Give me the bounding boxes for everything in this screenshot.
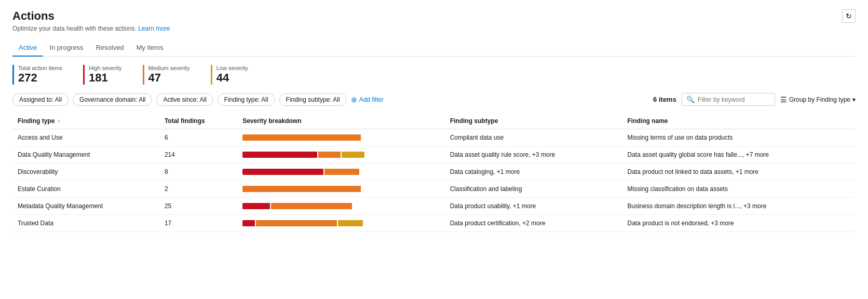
total-findings-cell: 25 (159, 198, 237, 215)
table-row: Metadata Quality Management25Data produc… (12, 198, 856, 215)
page-subtitle: Optimize your data health with these act… (12, 25, 856, 32)
stat-medium-value: 47 (148, 71, 190, 85)
severity-bar (242, 134, 367, 141)
bar-segment (318, 152, 341, 158)
tab-in-progress[interactable]: In progress (43, 39, 89, 57)
search-box[interactable]: 🔍 (682, 93, 775, 106)
stat-high: High severity 181 (83, 65, 122, 85)
toolbar-right: 6 items 🔍 ☰ Group by Finding type ▾ (653, 93, 856, 106)
tab-active[interactable]: Active (12, 39, 43, 57)
stat-total-value: 272 (18, 71, 62, 85)
page-title: Actions (12, 9, 856, 23)
sort-icon: ↑ (58, 118, 60, 124)
severity-breakdown-cell (237, 181, 445, 198)
finding-subtype-cell: Data product usability, +1 more (445, 198, 622, 215)
col-finding-name: Finding name (622, 113, 856, 129)
stat-high-value: 181 (89, 71, 122, 85)
bar-segment (338, 220, 363, 226)
table-header-row: Finding type ↑ Total findings Severity b… (12, 113, 856, 129)
filters-row: Assigned to: All Governance domain: All … (12, 93, 856, 106)
finding-name-cell: Data product is not endorsed, +3 more (622, 215, 856, 232)
bar-segment (256, 220, 337, 226)
severity-bar (242, 186, 367, 192)
finding-type-cell[interactable]: Discoverability (12, 164, 159, 181)
group-by-label: Group by Finding type (789, 96, 850, 103)
chevron-down-icon: ▾ (852, 96, 856, 103)
bar-segment (271, 203, 352, 209)
tabs-bar: Active In progress Resolved My items (12, 39, 856, 57)
tab-resolved[interactable]: Resolved (89, 39, 130, 57)
stat-high-label: High severity (89, 65, 122, 71)
filter-assigned-to[interactable]: Assigned to: All (12, 93, 69, 106)
finding-subtype-cell: Data product certification, +2 more (445, 215, 622, 232)
filter-finding-subtype[interactable]: Finding subtype: All (279, 93, 347, 106)
bar-segment (242, 203, 270, 209)
bar-segment (242, 169, 323, 175)
stat-medium: Medium severity 47 (143, 65, 190, 85)
bar-segment (242, 152, 317, 158)
severity-breakdown-cell (237, 129, 445, 146)
finding-type-cell[interactable]: Data Quality Management (12, 146, 159, 164)
bar-segment (242, 134, 361, 141)
filter-governance-domain[interactable]: Governance domain: All (73, 93, 152, 106)
finding-type-cell[interactable]: Estate Curation (12, 181, 159, 198)
severity-bar (242, 169, 367, 175)
table-row: Discoverability8Data cataloging, +1 more… (12, 164, 856, 181)
severity-breakdown-cell (237, 215, 445, 232)
group-by-icon: ☰ (780, 96, 787, 104)
severity-breakdown-cell (237, 164, 445, 181)
refresh-button[interactable]: ↻ (842, 9, 856, 23)
stat-low-value: 44 (216, 71, 248, 85)
bar-segment (324, 169, 359, 175)
filter-active-since[interactable]: Active since: All (156, 93, 213, 106)
total-findings-cell: 17 (159, 215, 237, 232)
severity-bar (242, 152, 367, 158)
total-findings-cell: 2 (159, 181, 237, 198)
items-count: 6 items (653, 96, 676, 103)
add-filter-button[interactable]: ⊕ Add filter (351, 96, 384, 104)
finding-name-cell: Missing classification on data assets (622, 181, 856, 198)
total-findings-cell: 8 (159, 164, 237, 181)
learn-more-link[interactable]: Learn more (138, 25, 170, 32)
table-row: Access and Use6Compliant data useMissing… (12, 129, 856, 146)
search-input[interactable] (698, 96, 770, 103)
finding-subtype-cell: Data asset quality rule score, +3 more (445, 146, 622, 164)
table-row: Trusted Data17Data product certification… (12, 215, 856, 232)
table-row: Estate Curation2Classification and label… (12, 181, 856, 198)
finding-type-cell[interactable]: Metadata Quality Management (12, 198, 159, 215)
severity-bar (242, 203, 367, 209)
finding-subtype-cell: Classification and labeling (445, 181, 622, 198)
tab-my-items[interactable]: My items (130, 39, 170, 57)
total-findings-cell: 6 (159, 129, 237, 146)
total-findings-cell: 214 (159, 146, 237, 164)
stat-total: Total action items 272 (12, 65, 62, 85)
stat-total-label: Total action items (18, 65, 62, 71)
col-total-findings: Total findings (159, 113, 237, 129)
filter-finding-type[interactable]: Finding type: All (218, 93, 275, 106)
group-by-button[interactable]: ☰ Group by Finding type ▾ (780, 96, 856, 104)
finding-name-cell: Business domain description length is l.… (622, 198, 856, 215)
severity-bar (242, 220, 367, 226)
finding-type-cell[interactable]: Access and Use (12, 129, 159, 146)
bar-segment (342, 152, 364, 158)
stat-low: Low severity 44 (211, 65, 248, 85)
stat-medium-label: Medium severity (148, 65, 190, 71)
finding-subtype-cell: Data cataloging, +1 more (445, 164, 622, 181)
stats-row: Total action items 272 High severity 181… (12, 65, 856, 85)
bar-segment (242, 186, 361, 192)
stat-low-label: Low severity (216, 65, 248, 71)
finding-name-cell: Data asset quality global score has fall… (622, 146, 856, 164)
severity-breakdown-cell (237, 146, 445, 164)
add-filter-label: Add filter (359, 96, 384, 103)
finding-name-cell: Missing terms of use on data products (622, 129, 856, 146)
bar-segment (242, 220, 255, 226)
col-severity-breakdown: Severity breakdown (237, 113, 445, 129)
col-finding-type[interactable]: Finding type ↑ (12, 113, 159, 129)
add-filter-icon: ⊕ (351, 96, 357, 104)
main-table: Finding type ↑ Total findings Severity b… (12, 113, 856, 232)
severity-breakdown-cell (237, 198, 445, 215)
search-icon: 🔍 (686, 96, 695, 103)
finding-subtype-cell: Compliant data use (445, 129, 622, 146)
finding-type-cell[interactable]: Trusted Data (12, 215, 159, 232)
finding-name-cell: Data product not linked to data assets, … (622, 164, 856, 181)
